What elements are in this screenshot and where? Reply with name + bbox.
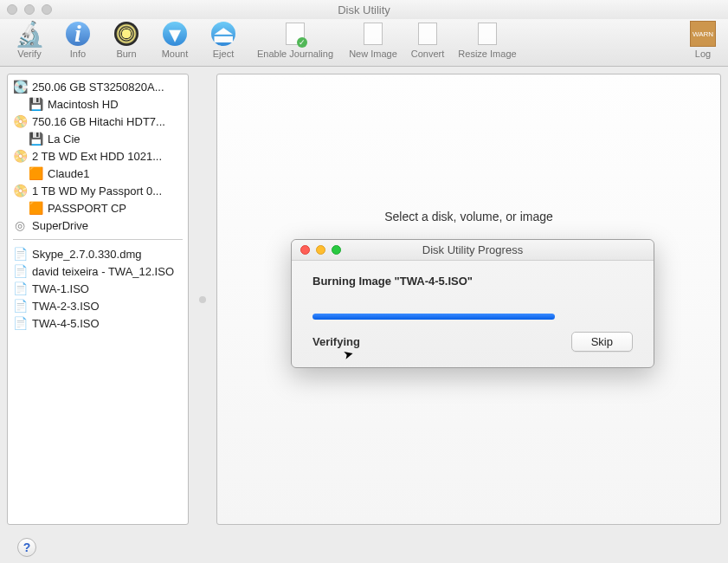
sidebar-image[interactable]: 📄 Skype_2.7.0.330.dmg (10, 245, 186, 262)
resize-image-label: Resize Image (458, 49, 516, 59)
burn-button[interactable]: Burn (102, 21, 151, 59)
sidebar-drive[interactable]: ◎ SuperDrive (10, 217, 186, 234)
eject-icon: ⏏ (210, 21, 236, 47)
convert-button[interactable]: Convert (403, 21, 452, 59)
sidebar-image-label: TWA-1.ISO (32, 282, 89, 295)
eject-button[interactable]: ⏏ Eject (199, 21, 248, 59)
skip-button[interactable]: Skip (571, 332, 633, 352)
mount-button[interactable]: ▾ Mount (151, 21, 199, 59)
sidebar-image-label: TWA-4-5.ISO (32, 317, 100, 330)
new-image-label: New Image (349, 49, 397, 59)
disk-image-icon: 📄 (13, 299, 27, 313)
sidebar-volume[interactable]: 💾 Macintosh HD (10, 95, 186, 113)
sidebar-drive-label: 250.06 GB ST3250820A... (32, 81, 164, 94)
microscope-icon: 🔬 (16, 21, 42, 47)
mount-icon: ▾ (162, 21, 188, 47)
burn-icon (113, 21, 139, 47)
sidebar-image[interactable]: 📄 TWA-4-5.ISO (10, 314, 186, 332)
convert-icon (415, 21, 441, 47)
dialog-title: Disk Utility Progress (292, 243, 654, 256)
log-label: Log (695, 49, 711, 59)
external-drive-icon: 📀 (13, 149, 27, 163)
sidebar-drive[interactable]: 💽 250.06 GB ST3250820A... (10, 78, 186, 95)
sidebar-drive[interactable]: 📀 750.16 GB Hitachi HDT7... (10, 113, 186, 130)
footer: ? (0, 532, 728, 563)
info-button[interactable]: i Info (54, 21, 102, 59)
sidebar-resize-handle[interactable] (199, 74, 206, 525)
sidebar-drive-label: 1 TB WD My Passport 0... (32, 184, 162, 197)
sidebar-drive[interactable]: 📀 2 TB WD Ext HDD 1021... (10, 147, 186, 165)
sidebar-image-label: david teixeira - TWA_12.ISO (32, 265, 174, 278)
progress-status: Verifying (312, 335, 360, 348)
verify-label: Verify (17, 49, 42, 59)
dialog-titlebar[interactable]: Disk Utility Progress (292, 240, 654, 261)
progress-bar (312, 314, 555, 320)
disk-image-icon: 📄 (13, 247, 27, 261)
log-icon: WARN (690, 21, 716, 47)
sidebar-drive-label: 750.16 GB Hitachi HDT7... (32, 115, 165, 128)
volume-icon: 🟧 (29, 201, 42, 215)
toolbar: 🔬 Verify i Info Burn ▾ Mount ⏏ Eject ✓ E… (0, 19, 728, 67)
sidebar[interactable]: 💽 250.06 GB ST3250820A... 💾 Macintosh HD… (7, 74, 189, 525)
sidebar-drive-label: 2 TB WD Ext HDD 1021... (32, 150, 162, 163)
disk-image-icon: 📄 (13, 282, 27, 295)
sidebar-volume-label: Claude1 (48, 167, 89, 180)
convert-label: Convert (411, 49, 445, 59)
info-icon: i (65, 21, 91, 47)
volume-icon: 💾 (29, 97, 42, 111)
sidebar-volume[interactable]: 🟧 Claude1 (10, 165, 186, 182)
burn-label: Burn (116, 49, 136, 59)
volume-icon: 🟧 (29, 166, 42, 180)
log-button[interactable]: WARN Log (683, 21, 723, 59)
sidebar-volume-label: PASSPORT CP (48, 202, 126, 215)
sidebar-image-label: Skype_2.7.0.330.dmg (32, 248, 141, 261)
disk-image-icon: 📄 (13, 264, 27, 278)
main-placeholder: Select a disk, volume, or image (384, 210, 553, 223)
external-drive-icon: 📀 (13, 114, 27, 128)
progress-fill (312, 314, 555, 320)
resize-image-icon (474, 21, 500, 47)
sidebar-volume[interactable]: 🟧 PASSPORT CP (10, 199, 186, 217)
sidebar-volume[interactable]: 💾 La Cie (10, 130, 186, 147)
sidebar-volume-label: Macintosh HD (48, 98, 119, 111)
mount-label: Mount (162, 49, 189, 59)
sidebar-separator (13, 239, 183, 240)
progress-dialog: Disk Utility Progress Burning Image "TWA… (291, 239, 654, 368)
verify-button[interactable]: 🔬 Verify (5, 21, 54, 59)
enable-journaling-button[interactable]: ✓ Enable Journaling (248, 21, 343, 59)
eject-label: Eject (213, 49, 234, 59)
cursor-icon: ➤ (342, 346, 356, 363)
sidebar-drive-label: SuperDrive (32, 219, 88, 232)
dialog-heading: Burning Image "TWA-4-5.ISO" (312, 275, 633, 288)
new-image-icon (360, 21, 386, 47)
new-image-button[interactable]: New Image (343, 21, 403, 59)
enable-journaling-icon: ✓ (282, 21, 308, 47)
disk-image-icon: 📄 (13, 316, 27, 330)
internal-drive-icon: 💽 (13, 80, 27, 94)
window-title: Disk Utility (0, 3, 728, 16)
optical-drive-icon: ◎ (13, 218, 27, 232)
main-panel: Select a disk, volume, or image Disk Uti… (216, 74, 721, 525)
sidebar-image[interactable]: 📄 TWA-2-3.ISO (10, 297, 186, 314)
volume-icon: 💾 (29, 132, 42, 146)
resize-image-button[interactable]: Resize Image (452, 21, 523, 59)
sidebar-drive[interactable]: 📀 1 TB WD My Passport 0... (10, 182, 186, 199)
window-titlebar: Disk Utility (0, 0, 728, 19)
sidebar-image-label: TWA-2-3.ISO (32, 300, 100, 313)
sidebar-image[interactable]: 📄 david teixeira - TWA_12.ISO (10, 262, 186, 280)
sidebar-image[interactable]: 📄 TWA-1.ISO (10, 280, 186, 297)
sidebar-volume-label: La Cie (48, 133, 81, 146)
enable-journaling-label: Enable Journaling (257, 49, 333, 59)
help-button[interactable]: ? (17, 538, 36, 557)
external-drive-icon: 📀 (13, 184, 27, 197)
info-label: Info (70, 49, 86, 59)
